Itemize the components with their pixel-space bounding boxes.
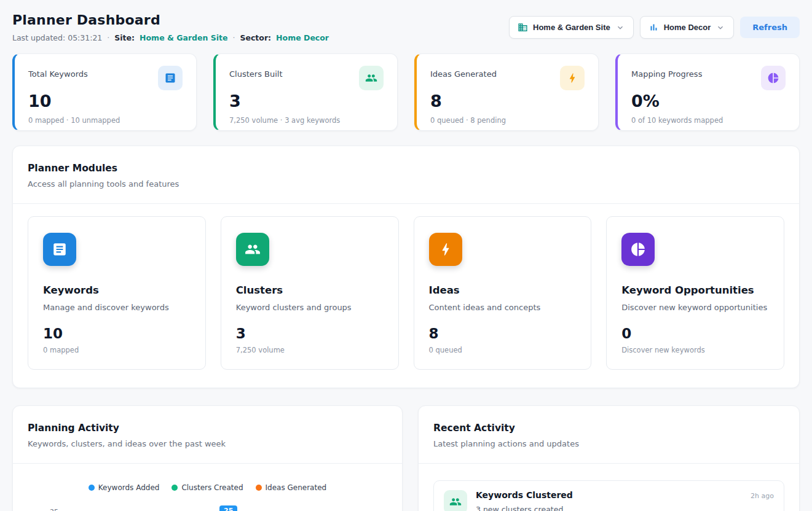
bolt-icon: [429, 233, 462, 266]
users-icon: [444, 490, 467, 511]
module-detail: 0 queued: [429, 346, 577, 354]
document-icon: [43, 233, 76, 266]
chart-point-label: 25: [219, 505, 237, 511]
module-card-ideas[interactable]: Ideas Content ideas and concepts 8 0 que…: [414, 216, 592, 370]
stat-card-total-keywords: Total Keywords 10 0 mapped · 10 unmapped: [12, 53, 197, 131]
building-icon: [518, 22, 528, 33]
bottom-row: Planning Activity Keywords, clusters, an…: [12, 405, 800, 511]
recent-activity-title: Recent Activity: [433, 423, 784, 434]
module-card-clusters[interactable]: Clusters Keyword clusters and groups 3 7…: [221, 216, 399, 370]
module-card-keywords[interactable]: Keywords Manage and discover keywords 10…: [28, 216, 206, 370]
legend-dot: [171, 485, 178, 491]
module-value: 10: [43, 326, 191, 341]
meta-separator: ·: [233, 33, 235, 42]
header-left: Planner Dashboard Last updated: 05:31:21…: [12, 12, 329, 42]
module-title: Ideas: [429, 284, 577, 296]
legend-label: Keywords Added: [98, 483, 160, 492]
chart-legend: Keywords Added Clusters Created Ideas Ge…: [28, 483, 387, 492]
legend-item-keywords-added: Keywords Added: [89, 483, 160, 492]
recent-activity-card: Recent Activity Latest planning actions …: [418, 405, 800, 511]
recent-activity-list: Keywords Clustered 3 new clusters create…: [419, 464, 799, 511]
page-title: Planner Dashboard: [12, 12, 329, 28]
site-link[interactable]: Home & Garden Site: [140, 33, 227, 42]
stat-detail: 7,250 volume · 3 avg keywords: [229, 116, 384, 125]
header-controls: Home & Garden Site Home Decor Refresh: [509, 16, 800, 39]
site-selector-button[interactable]: Home & Garden Site: [509, 16, 634, 39]
module-title: Clusters: [236, 284, 384, 296]
stat-card-ideas-generated: Ideas Generated 8 0 queued · 8 pending: [414, 53, 599, 131]
pie-chart-icon: [761, 66, 786, 90]
legend-item-ideas-generated: Ideas Generated: [256, 483, 327, 492]
activity-description: 3 new clusters created: [476, 505, 742, 511]
legend-label: Ideas Generated: [266, 483, 327, 492]
planning-activity-card: Planning Activity Keywords, clusters, an…: [12, 405, 403, 511]
activity-title: Keywords Clustered: [476, 490, 742, 500]
stat-value: 0%: [631, 92, 786, 111]
dashboard-header: Planner Dashboard Last updated: 05:31:21…: [12, 12, 800, 42]
module-title: Keywords: [43, 284, 191, 296]
stat-detail: 0 mapped · 10 unmapped: [28, 116, 183, 125]
stat-value: 3: [229, 92, 384, 111]
sector-selector-label: Home Decor: [664, 23, 711, 32]
bar-chart-icon: [648, 22, 659, 33]
legend-dot: [256, 485, 262, 491]
stat-label: Mapping Progress: [631, 66, 702, 79]
module-description: Discover new keyword opportunities: [621, 303, 769, 312]
header-meta: Last updated: 05:31:21 · Site: Home & Ga…: [12, 33, 329, 42]
pie-chart-icon: [621, 233, 655, 266]
planning-activity-subtitle: Keywords, clusters, and ideas over the p…: [28, 439, 387, 448]
module-description: Manage and discover keywords: [43, 303, 191, 312]
users-icon: [236, 233, 269, 266]
activity-time: 2h ago: [751, 490, 774, 500]
modules-title: Planner Modules: [28, 163, 784, 174]
meta-separator: ·: [107, 33, 109, 42]
stat-card-clusters-built: Clusters Built 3 7,250 volume · 3 avg ke…: [213, 53, 398, 131]
planner-dashboard: Planner Dashboard Last updated: 05:31:21…: [0, 0, 812, 511]
stat-card-mapping-progress: Mapping Progress 0% 0 of 10 keywords map…: [615, 53, 800, 131]
planner-modules-section: Planner Modules Access all planning tool…: [12, 146, 800, 388]
module-detail: 7,250 volume: [236, 346, 384, 354]
users-icon: [359, 66, 384, 90]
modules-subtitle: Access all planning tools and features: [28, 179, 784, 189]
module-value: 0: [621, 326, 769, 341]
legend-item-clusters-created: Clusters Created: [171, 483, 243, 492]
stat-label: Clusters Built: [229, 66, 283, 79]
stat-detail: 0 queued · 8 pending: [430, 116, 585, 125]
recent-activity-subtitle: Latest planning actions and updates: [433, 439, 784, 448]
module-value: 8: [429, 326, 577, 341]
module-detail: Discover new keywords: [621, 346, 769, 354]
stats-row: Total Keywords 10 0 mapped · 10 unmapped…: [12, 53, 800, 131]
legend-label: Clusters Created: [181, 483, 243, 492]
legend-dot: [89, 485, 95, 491]
refresh-button[interactable]: Refresh: [740, 17, 800, 38]
modules-grid: Keywords Manage and discover keywords 10…: [13, 204, 799, 388]
sector-link[interactable]: Home Decor: [276, 33, 329, 42]
activity-chart: 25 25 24: [28, 503, 387, 511]
sector-label: Sector:: [240, 33, 271, 42]
bolt-icon: [560, 66, 585, 90]
stat-value: 8: [430, 92, 585, 111]
module-description: Content ideas and concepts: [429, 303, 577, 312]
document-icon: [158, 66, 183, 90]
activity-item-keywords-clustered: Keywords Clustered 3 new clusters create…: [433, 480, 784, 511]
module-value: 3: [236, 326, 384, 341]
site-label: Site:: [114, 33, 135, 42]
stat-label: Total Keywords: [28, 66, 88, 79]
module-title: Keyword Opportunities: [621, 284, 769, 296]
stat-value: 10: [28, 92, 183, 111]
module-description: Keyword clusters and groups: [236, 303, 384, 312]
stat-detail: 0 of 10 keywords mapped: [631, 116, 786, 125]
site-selector-label: Home & Garden Site: [533, 23, 610, 32]
chart-y-tick: 25: [50, 508, 58, 511]
last-updated-text: Last updated: 05:31:21: [12, 33, 102, 42]
planning-activity-title: Planning Activity: [28, 423, 387, 434]
sector-selector-button[interactable]: Home Decor: [640, 16, 735, 39]
stat-label: Ideas Generated: [430, 66, 497, 79]
module-detail: 0 mapped: [43, 346, 191, 354]
chevron-down-icon: [715, 23, 725, 33]
chevron-down-icon: [615, 23, 625, 33]
module-card-keyword-opportunities[interactable]: Keyword Opportunities Discover new keywo…: [606, 216, 784, 370]
